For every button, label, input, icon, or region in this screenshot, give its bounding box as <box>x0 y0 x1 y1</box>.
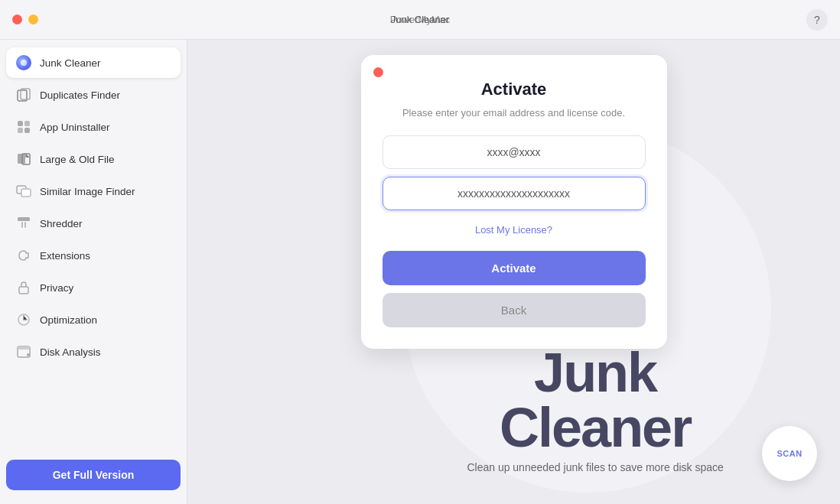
sidebar-item-label: Similar Image Finder <box>40 186 135 197</box>
svg-rect-17 <box>19 287 28 294</box>
main-layout: Junk Cleaner Duplicates Finder App Unins… <box>0 40 840 504</box>
close-button[interactable] <box>12 15 22 24</box>
sidebar-item-label: Shredder <box>40 218 83 229</box>
license-input[interactable] <box>383 177 646 210</box>
modal-title: Activate <box>383 80 646 99</box>
sidebar-item-label: Disk Analysis <box>40 346 101 358</box>
privacy-icon <box>15 279 32 296</box>
bg-app-subtitle: Clean up unneeded junk files to save mor… <box>432 461 759 473</box>
svg-rect-16 <box>24 222 26 228</box>
sidebar-item-label: Extensions <box>40 250 90 262</box>
svg-rect-20 <box>18 346 30 350</box>
sidebar-item-privacy[interactable]: Privacy <box>6 272 181 303</box>
extensions-icon <box>15 247 32 264</box>
activate-modal: Activate Please enter your email address… <box>361 55 667 349</box>
svg-point-21 <box>27 353 30 356</box>
minimize-button[interactable] <box>28 15 38 24</box>
shredder-icon <box>15 215 32 232</box>
activate-button[interactable]: Activate <box>383 251 646 285</box>
svg-point-1 <box>21 60 27 66</box>
duplicates-finder-icon <box>15 86 32 103</box>
svg-rect-4 <box>18 121 23 126</box>
sidebar-item-label: Optimization <box>40 314 97 326</box>
app-uninstaller-icon <box>15 119 32 135</box>
background-text: Junk Cleaner Clean up unneeded junk file… <box>432 345 759 473</box>
sidebar-item-junk-cleaner[interactable]: Junk Cleaner <box>6 47 181 78</box>
svg-rect-6 <box>18 128 23 133</box>
sidebar-item-similar-image-finder[interactable]: Similar Image Finder <box>6 176 181 206</box>
content-area: Activate Please enter your email address… <box>187 40 840 504</box>
svg-rect-7 <box>24 128 30 133</box>
sidebar-item-label: Junk Cleaner <box>40 57 101 69</box>
sidebar-item-optimization[interactable]: Optimization <box>6 304 181 335</box>
traffic-lights <box>12 15 38 24</box>
back-button[interactable]: Back <box>383 293 646 327</box>
lost-license-link[interactable]: Lost My License? <box>383 224 646 236</box>
email-input[interactable] <box>383 135 646 169</box>
svg-rect-13 <box>21 189 31 197</box>
sidebar-item-label: Duplicates Finder <box>40 89 120 101</box>
window-title: Junk Cleaner <box>391 14 450 25</box>
help-button[interactable]: ? <box>806 9 828 31</box>
svg-rect-5 <box>24 121 30 126</box>
sidebar-bottom: Get Full Version <box>6 454 181 496</box>
similar-image-finder-icon <box>15 183 32 200</box>
large-old-file-icon <box>15 151 32 167</box>
bg-app-title: Junk Cleaner <box>432 345 759 455</box>
svg-rect-15 <box>21 222 23 228</box>
get-full-version-button[interactable]: Get Full Version <box>6 460 181 490</box>
sidebar-item-label: Large & Old File <box>40 154 115 165</box>
sidebar-item-extensions[interactable]: Extensions <box>6 240 181 271</box>
scan-button[interactable]: SCAN <box>762 426 817 481</box>
sidebar-item-large-old-file[interactable]: Large & Old File <box>6 144 181 174</box>
modal-subtitle: Please enter your email address and lice… <box>383 107 646 119</box>
junk-cleaner-icon <box>15 54 32 71</box>
disk-analysis-icon <box>15 343 32 360</box>
sidebar: Junk Cleaner Duplicates Finder App Unins… <box>0 40 187 504</box>
titlebar: PowerMyMac Junk Cleaner ? <box>0 0 840 40</box>
svg-rect-14 <box>18 217 30 221</box>
sidebar-item-label: Privacy <box>40 282 73 294</box>
sidebar-item-duplicates-finder[interactable]: Duplicates Finder <box>6 80 181 110</box>
optimization-icon <box>15 311 32 328</box>
sidebar-item-label: App Uninstaller <box>40 122 110 133</box>
modal-close-dot <box>373 67 383 77</box>
sidebar-item-disk-analysis[interactable]: Disk Analysis <box>6 337 181 367</box>
sidebar-item-app-uninstaller[interactable]: App Uninstaller <box>6 112 181 142</box>
sidebar-item-shredder[interactable]: Shredder <box>6 208 181 239</box>
scan-label: SCAN <box>777 449 802 458</box>
